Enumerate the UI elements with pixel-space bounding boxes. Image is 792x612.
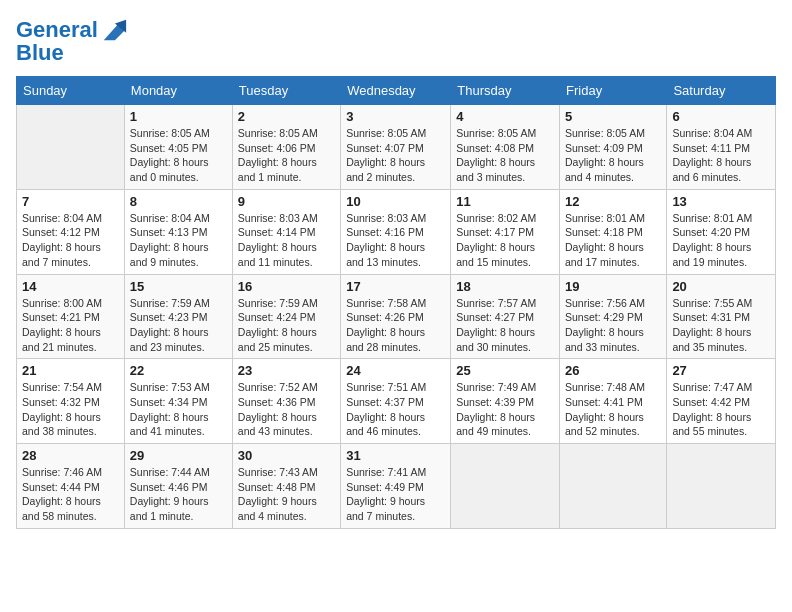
- day-number: 5: [565, 109, 661, 124]
- calendar-cell: 5 Sunrise: 8:05 AMSunset: 4:09 PMDayligh…: [560, 105, 667, 190]
- calendar-table: SundayMondayTuesdayWednesdayThursdayFrid…: [16, 76, 776, 529]
- day-number: 15: [130, 279, 227, 294]
- day-info: Sunrise: 7:41 AMSunset: 4:49 PMDaylight:…: [346, 465, 445, 524]
- day-number: 3: [346, 109, 445, 124]
- day-number: 2: [238, 109, 335, 124]
- day-info: Sunrise: 8:01 AMSunset: 4:18 PMDaylight:…: [565, 211, 661, 270]
- day-info: Sunrise: 7:53 AMSunset: 4:34 PMDaylight:…: [130, 380, 227, 439]
- day-number: 29: [130, 448, 227, 463]
- day-info: Sunrise: 8:03 AMSunset: 4:16 PMDaylight:…: [346, 211, 445, 270]
- calendar-cell: 19 Sunrise: 7:56 AMSunset: 4:29 PMDaylig…: [560, 274, 667, 359]
- calendar-cell: 21 Sunrise: 7:54 AMSunset: 4:32 PMDaylig…: [17, 359, 125, 444]
- calendar-cell: 18 Sunrise: 7:57 AMSunset: 4:27 PMDaylig…: [451, 274, 560, 359]
- day-info: Sunrise: 8:02 AMSunset: 4:17 PMDaylight:…: [456, 211, 554, 270]
- calendar-cell: 9 Sunrise: 8:03 AMSunset: 4:14 PMDayligh…: [232, 189, 340, 274]
- logo-text: General: [16, 18, 98, 42]
- day-info: Sunrise: 7:57 AMSunset: 4:27 PMDaylight:…: [456, 296, 554, 355]
- calendar-cell: 29 Sunrise: 7:44 AMSunset: 4:46 PMDaylig…: [124, 444, 232, 529]
- day-number: 23: [238, 363, 335, 378]
- calendar-cell: 8 Sunrise: 8:04 AMSunset: 4:13 PMDayligh…: [124, 189, 232, 274]
- day-number: 6: [672, 109, 770, 124]
- day-info: Sunrise: 7:56 AMSunset: 4:29 PMDaylight:…: [565, 296, 661, 355]
- day-info: Sunrise: 7:46 AMSunset: 4:44 PMDaylight:…: [22, 465, 119, 524]
- week-row-1: 1 Sunrise: 8:05 AMSunset: 4:05 PMDayligh…: [17, 105, 776, 190]
- day-number: 21: [22, 363, 119, 378]
- day-header-row: SundayMondayTuesdayWednesdayThursdayFrid…: [17, 77, 776, 105]
- day-number: 30: [238, 448, 335, 463]
- logo-icon: [100, 16, 128, 44]
- day-number: 20: [672, 279, 770, 294]
- day-info: Sunrise: 8:05 AMSunset: 4:09 PMDaylight:…: [565, 126, 661, 185]
- day-info: Sunrise: 7:55 AMSunset: 4:31 PMDaylight:…: [672, 296, 770, 355]
- day-number: 19: [565, 279, 661, 294]
- calendar-cell: 1 Sunrise: 8:05 AMSunset: 4:05 PMDayligh…: [124, 105, 232, 190]
- day-number: 13: [672, 194, 770, 209]
- day-info: Sunrise: 8:00 AMSunset: 4:21 PMDaylight:…: [22, 296, 119, 355]
- day-info: Sunrise: 8:03 AMSunset: 4:14 PMDaylight:…: [238, 211, 335, 270]
- page-header: General Blue: [16, 16, 776, 66]
- calendar-cell: 11 Sunrise: 8:02 AMSunset: 4:17 PMDaylig…: [451, 189, 560, 274]
- calendar-cell: 2 Sunrise: 8:05 AMSunset: 4:06 PMDayligh…: [232, 105, 340, 190]
- day-info: Sunrise: 7:49 AMSunset: 4:39 PMDaylight:…: [456, 380, 554, 439]
- day-number: 25: [456, 363, 554, 378]
- calendar-cell: 31 Sunrise: 7:41 AMSunset: 4:49 PMDaylig…: [341, 444, 451, 529]
- day-number: 27: [672, 363, 770, 378]
- day-header-friday: Friday: [560, 77, 667, 105]
- day-number: 31: [346, 448, 445, 463]
- day-number: 24: [346, 363, 445, 378]
- calendar-cell: 10 Sunrise: 8:03 AMSunset: 4:16 PMDaylig…: [341, 189, 451, 274]
- calendar-cell: 25 Sunrise: 7:49 AMSunset: 4:39 PMDaylig…: [451, 359, 560, 444]
- week-row-5: 28 Sunrise: 7:46 AMSunset: 4:44 PMDaylig…: [17, 444, 776, 529]
- calendar-cell: 4 Sunrise: 8:05 AMSunset: 4:08 PMDayligh…: [451, 105, 560, 190]
- logo: General Blue: [16, 16, 128, 66]
- calendar-cell: 15 Sunrise: 7:59 AMSunset: 4:23 PMDaylig…: [124, 274, 232, 359]
- day-info: Sunrise: 8:04 AMSunset: 4:13 PMDaylight:…: [130, 211, 227, 270]
- day-number: 18: [456, 279, 554, 294]
- calendar-cell: 27 Sunrise: 7:47 AMSunset: 4:42 PMDaylig…: [667, 359, 776, 444]
- calendar-cell: 14 Sunrise: 8:00 AMSunset: 4:21 PMDaylig…: [17, 274, 125, 359]
- calendar-cell: 20 Sunrise: 7:55 AMSunset: 4:31 PMDaylig…: [667, 274, 776, 359]
- calendar-cell: 3 Sunrise: 8:05 AMSunset: 4:07 PMDayligh…: [341, 105, 451, 190]
- day-header-wednesday: Wednesday: [341, 77, 451, 105]
- day-number: 16: [238, 279, 335, 294]
- day-info: Sunrise: 8:05 AMSunset: 4:05 PMDaylight:…: [130, 126, 227, 185]
- day-info: Sunrise: 7:48 AMSunset: 4:41 PMDaylight:…: [565, 380, 661, 439]
- calendar-cell: 17 Sunrise: 7:58 AMSunset: 4:26 PMDaylig…: [341, 274, 451, 359]
- calendar-cell: 30 Sunrise: 7:43 AMSunset: 4:48 PMDaylig…: [232, 444, 340, 529]
- day-number: 8: [130, 194, 227, 209]
- calendar-cell: [451, 444, 560, 529]
- day-info: Sunrise: 8:05 AMSunset: 4:07 PMDaylight:…: [346, 126, 445, 185]
- calendar-cell: 22 Sunrise: 7:53 AMSunset: 4:34 PMDaylig…: [124, 359, 232, 444]
- day-info: Sunrise: 8:05 AMSunset: 4:06 PMDaylight:…: [238, 126, 335, 185]
- day-info: Sunrise: 7:54 AMSunset: 4:32 PMDaylight:…: [22, 380, 119, 439]
- day-info: Sunrise: 8:04 AMSunset: 4:12 PMDaylight:…: [22, 211, 119, 270]
- day-info: Sunrise: 8:04 AMSunset: 4:11 PMDaylight:…: [672, 126, 770, 185]
- day-header-thursday: Thursday: [451, 77, 560, 105]
- day-number: 11: [456, 194, 554, 209]
- calendar-cell: 23 Sunrise: 7:52 AMSunset: 4:36 PMDaylig…: [232, 359, 340, 444]
- calendar-cell: [667, 444, 776, 529]
- day-number: 7: [22, 194, 119, 209]
- day-info: Sunrise: 7:51 AMSunset: 4:37 PMDaylight:…: [346, 380, 445, 439]
- calendar-cell: [17, 105, 125, 190]
- day-number: 10: [346, 194, 445, 209]
- calendar-cell: [560, 444, 667, 529]
- day-info: Sunrise: 8:01 AMSunset: 4:20 PMDaylight:…: [672, 211, 770, 270]
- day-info: Sunrise: 7:47 AMSunset: 4:42 PMDaylight:…: [672, 380, 770, 439]
- week-row-3: 14 Sunrise: 8:00 AMSunset: 4:21 PMDaylig…: [17, 274, 776, 359]
- day-info: Sunrise: 7:52 AMSunset: 4:36 PMDaylight:…: [238, 380, 335, 439]
- day-number: 4: [456, 109, 554, 124]
- day-info: Sunrise: 7:59 AMSunset: 4:24 PMDaylight:…: [238, 296, 335, 355]
- day-number: 14: [22, 279, 119, 294]
- day-number: 26: [565, 363, 661, 378]
- day-header-monday: Monday: [124, 77, 232, 105]
- calendar-cell: 6 Sunrise: 8:04 AMSunset: 4:11 PMDayligh…: [667, 105, 776, 190]
- day-info: Sunrise: 7:58 AMSunset: 4:26 PMDaylight:…: [346, 296, 445, 355]
- calendar-cell: 13 Sunrise: 8:01 AMSunset: 4:20 PMDaylig…: [667, 189, 776, 274]
- day-number: 1: [130, 109, 227, 124]
- day-info: Sunrise: 7:44 AMSunset: 4:46 PMDaylight:…: [130, 465, 227, 524]
- day-header-saturday: Saturday: [667, 77, 776, 105]
- day-info: Sunrise: 7:43 AMSunset: 4:48 PMDaylight:…: [238, 465, 335, 524]
- day-number: 17: [346, 279, 445, 294]
- day-info: Sunrise: 8:05 AMSunset: 4:08 PMDaylight:…: [456, 126, 554, 185]
